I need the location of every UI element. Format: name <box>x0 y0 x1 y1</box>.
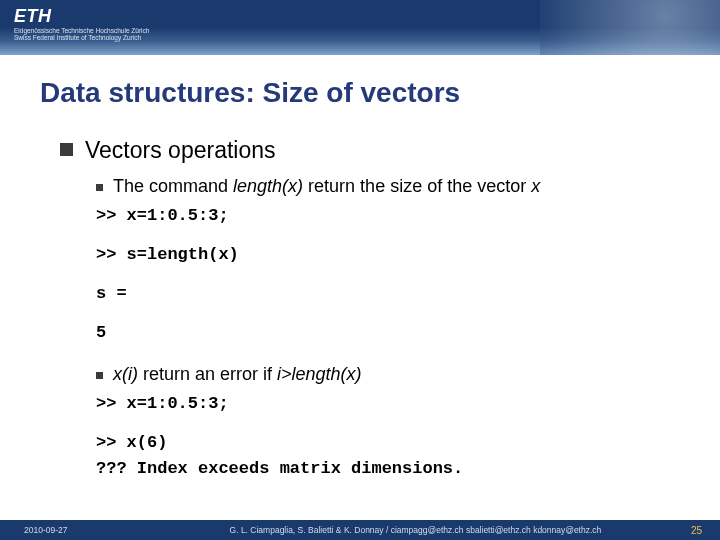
code-inline: length(x) <box>233 176 303 196</box>
footer-date: 2010-09-27 <box>0 525 140 535</box>
bullet-square-icon <box>60 143 73 156</box>
slide-footer: 2010-09-27 G. L. Ciampaglia, S. Balietti… <box>0 520 720 540</box>
code-inline: x(i) <box>113 364 138 384</box>
section-heading: Vectors operations <box>85 137 276 164</box>
text-fragment: The command <box>113 176 233 196</box>
text-fragment: return an error if <box>138 364 277 384</box>
bullet-item-2-text: x(i) return an error if i>length(x) <box>113 364 362 385</box>
slide-title: Data structures: Size of vectors <box>0 55 720 109</box>
footer-page-number: 25 <box>691 525 720 536</box>
code-inline: x <box>531 176 540 196</box>
code-line: 5 <box>96 322 680 345</box>
slide-header: ETH Eidgenössische Technische Hochschule… <box>0 0 720 55</box>
code-line: >> x=1:0.5:3; <box>96 205 680 228</box>
logo-subtitle-1: Eidgenössische Technische Hochschule Zür… <box>0 27 720 34</box>
text-fragment: return the size of the vector <box>303 176 531 196</box>
bullet-item-1-text: The command length(x) return the size of… <box>113 176 540 197</box>
section-heading-row: Vectors operations <box>60 137 680 164</box>
logo-text: ETH <box>0 0 720 27</box>
bullet-small-icon <box>96 184 103 191</box>
bullet-item-1: The command length(x) return the size of… <box>96 176 680 197</box>
code-line: >> x(6) <box>96 432 680 455</box>
code-line: >> x=1:0.5:3; <box>96 393 680 416</box>
bullet-item-2: x(i) return an error if i>length(x) <box>96 364 680 385</box>
footer-credits: G. L. Ciampaglia, S. Balietti & K. Donna… <box>140 525 691 535</box>
code-line: s = <box>96 283 680 306</box>
code-block-1: >> x=1:0.5:3; >> s=length(x) s = 5 <box>96 205 680 345</box>
bullet-small-icon <box>96 372 103 379</box>
slide-content: Vectors operations The command length(x)… <box>0 109 720 481</box>
logo-subtitle-2: Swiss Federal Institute of Technology Zu… <box>0 34 720 41</box>
code-inline: i>length(x) <box>277 364 362 384</box>
code-line: >> s=length(x) <box>96 244 680 267</box>
code-block-2: >> x=1:0.5:3; >> x(6) ??? Index exceeds … <box>96 393 680 481</box>
code-line: ??? Index exceeds matrix dimensions. <box>96 458 680 481</box>
